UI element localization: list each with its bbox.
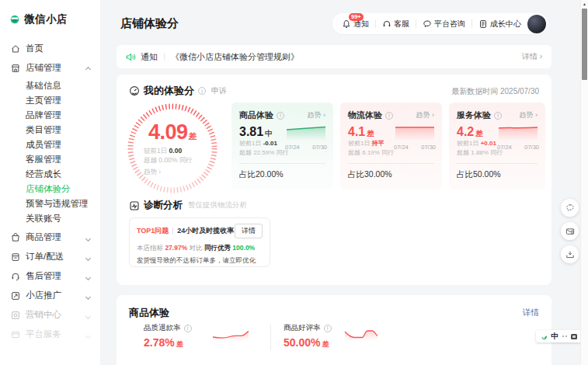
main-score-value: 4.09 — [148, 120, 188, 144]
sidebar-item-order-delivery[interactable]: 订单/配送 — [0, 247, 100, 266]
chevron-down-icon — [86, 311, 90, 320]
app-name: 微信小店 — [24, 12, 68, 26]
divider — [172, 228, 173, 235]
info-icon[interactable] — [324, 325, 332, 332]
growth-center-button[interactable]: 成长中心 — [478, 19, 521, 30]
sparkline-chart — [343, 328, 382, 342]
sidebar-item-product-management[interactable]: 商品管理 — [0, 228, 100, 247]
announcement-icon — [126, 52, 136, 62]
scrollbar-thumb[interactable] — [582, 9, 587, 80]
sidebar-subitem-basic-info[interactable]: 基础信息 — [0, 78, 100, 93]
notice-detail-link[interactable]: 详情 › — [522, 51, 542, 62]
sidebar-subitem-category[interactable]: 类目管理 — [0, 123, 100, 137]
download-tray-button[interactable] — [561, 245, 579, 263]
card-score-value: 4.2 — [457, 125, 474, 139]
browser-extension-toolbar: 中 — [536, 330, 581, 342]
window-scrollbar[interactable]: ▲ — [580, 0, 588, 365]
experience-card-product: 商品体验 趋势 › 3.81 中 较前1日 -0.01 超越 22.59% 同行… — [231, 103, 333, 189]
sidebar-subitem-homepage[interactable]: 主页管理 — [0, 93, 100, 108]
divider — [164, 53, 165, 61]
experience-score-panel: 我的体验分 申诉 最新数据时间 2025/07/30 4.09 差 较前1日 0… — [117, 75, 551, 285]
diagnosis-title: 诊断分析 — [144, 199, 183, 212]
sidebar-subitem-experience-score[interactable]: 店铺体验分 — [0, 182, 100, 196]
info-icon[interactable] — [184, 325, 192, 332]
metric-value: 2.78% — [144, 336, 175, 349]
info-icon[interactable] — [277, 112, 284, 120]
wechat-store-logo-icon — [10, 15, 19, 24]
divider — [270, 325, 271, 351]
diagnosis-note: 暂仅提供物流分析 — [188, 200, 247, 210]
chat-bubble-icon — [423, 19, 432, 29]
page-title: 店铺体验分 — [120, 16, 179, 31]
score-gauge-icon — [129, 85, 140, 96]
sidebar-item-shop-management[interactable]: 店铺管理 — [0, 58, 100, 78]
order-list-icon — [11, 252, 20, 262]
sidebar-item-promotion[interactable]: 小店推广 — [0, 286, 100, 305]
promote-arrow-icon — [11, 291, 20, 301]
main-trend-link[interactable]: 趋势 › — [144, 168, 201, 177]
detail-link[interactable]: 详情 — [523, 308, 539, 318]
sidebar-subitem-customer-service[interactable]: 客服管理 — [0, 152, 100, 167]
main-score-delta: 0.00 — [169, 147, 183, 155]
sidebar-item-platform-service[interactable]: 平台服务 — [0, 325, 100, 344]
sidebar-subitem-violation-management[interactable]: 预警与违规管理 — [0, 196, 100, 211]
sidebar-subitem-member[interactable]: 成员管理 — [0, 137, 100, 152]
metric-value: 50.00% — [284, 336, 320, 349]
weight-ratio: 占比50.00% — [457, 169, 501, 180]
info-icon[interactable] — [198, 87, 206, 95]
shop-submenu: 基础信息 主页管理 品牌管理 类目管理 成员管理 客服管理 经营成长 店铺体验分… — [0, 78, 100, 226]
notice-bar: 通知 《微信小店店铺体验分管理规则》 详情 › — [117, 45, 551, 68]
mini-trend-chart — [497, 123, 539, 142]
card-score-value: 4.1 — [348, 125, 365, 139]
card-score-grade: 中 — [265, 129, 273, 139]
card-score-grade: 差 — [475, 129, 483, 139]
translate-icon[interactable]: 中 — [551, 332, 559, 340]
sidebar-subitem-business-growth[interactable]: 经营成长 — [0, 167, 100, 182]
notification-button[interactable]: 通知 99+ — [342, 19, 369, 30]
customer-service-button[interactable]: 客服 — [382, 19, 409, 30]
chat-bubble-icon — [565, 203, 575, 213]
home-icon — [11, 44, 20, 54]
info-icon[interactable] — [494, 112, 502, 120]
trend-link[interactable]: 趋势 › — [416, 110, 435, 120]
diagnosis-detail-button[interactable]: 详情 — [235, 224, 263, 238]
product-experience-panel: 商品体验 详情 品质退款率 2.78% 差 商品好评率 50.00% 差 — [117, 295, 551, 365]
product-bag-icon — [11, 233, 20, 242]
feedback-chat-button[interactable] — [561, 199, 579, 217]
divider — [416, 19, 416, 28]
platform-consult-button[interactable]: 平台咨询 — [423, 19, 465, 30]
sidebar-subitem-brand[interactable]: 品牌管理 — [0, 108, 100, 123]
scroll-up-arrow[interactable]: ▲ — [581, 2, 588, 6]
main-score-grade: 差 — [189, 131, 197, 142]
document-icon — [478, 19, 488, 29]
top-issue-label: TOP1问题 — [137, 226, 169, 236]
chevron-down-icon — [86, 252, 90, 262]
printer-icon[interactable] — [571, 334, 577, 339]
metric-positive-review-rate: 商品好评率 50.00% 差 — [284, 323, 332, 349]
message-mail-button[interactable] — [561, 222, 579, 240]
trend-link[interactable]: 趋势 › — [520, 110, 538, 120]
plant-icon[interactable] — [541, 332, 548, 340]
topbar-actions: 通知 99+ 客服 平台咨询 成长中心 — [332, 13, 548, 34]
appeal-link[interactable]: 申诉 — [211, 85, 227, 96]
sidebar-item-home[interactable]: 首页 — [0, 39, 100, 58]
weight-ratio: 占比30.00% — [348, 169, 392, 180]
sparkline-chart — [211, 328, 250, 342]
sidebar-subitem-linked-accounts[interactable]: 关联账号 — [0, 211, 100, 226]
headset-icon — [11, 272, 20, 281]
sidebar: 微信小店 首页 店铺管理 基础信息 主页管理 品牌管理 类目管理 成员管理 客服… — [0, 0, 101, 365]
store-metric-value: 27.97% — [165, 244, 187, 252]
user-avatar[interactable] — [527, 15, 546, 33]
notification-count-badge: 99+ — [349, 13, 364, 21]
info-icon[interactable] — [385, 112, 393, 120]
dots-icon[interactable] — [562, 335, 567, 337]
divider — [375, 19, 376, 28]
sidebar-item-marketing-center[interactable]: 营销中心 — [0, 305, 100, 325]
card-score-value: 3.81 — [239, 125, 263, 139]
sidebar-item-aftersale-management[interactable]: 售后管理 — [0, 266, 100, 286]
mini-trend-chart — [394, 123, 436, 142]
trend-link[interactable]: 趋势 › — [308, 110, 326, 120]
notice-text[interactable]: 《微信小店店铺体验分管理规则》 — [171, 51, 299, 63]
chevron-down-icon — [86, 330, 90, 339]
metric-grade: 差 — [322, 339, 329, 349]
